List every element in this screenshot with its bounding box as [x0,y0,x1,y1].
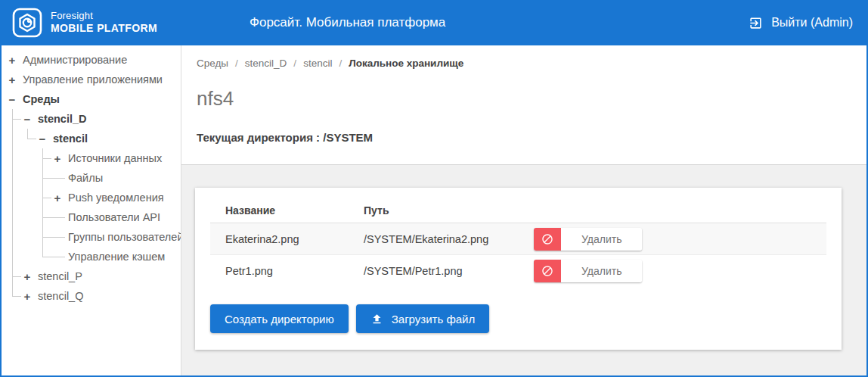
current-directory-label: Текущая директория : /SYSTEM [197,131,845,144]
tree-item-label[interactable]: Управление кэшем [68,251,165,263]
create-directory-button[interactable]: Создать директорию [210,304,349,333]
breadcrumb-stencil[interactable]: stencil [303,58,332,69]
tree-item-cache-management[interactable]: Управление кэшем [53,247,178,266]
tree-item-label[interactable]: Файлы [68,172,103,184]
breadcrumb-current: Локальное хранилище [349,58,463,69]
tree-item-stencil-q[interactable]: + stencil_Q [23,286,178,306]
collapse-minus-icon[interactable]: − [38,133,47,145]
column-header-name: Название [225,204,364,217]
tree-item-app-management[interactable]: + Управление приложениями [8,70,178,89]
tree-item-stencil-p[interactable]: + stencil_P [23,266,178,286]
column-header-path: Путь [364,204,534,217]
tree-item-api-users[interactable]: Пользователи API [53,207,178,227]
tree-item-stencil-d[interactable]: − stencil_D − stencil [23,109,178,266]
expand-plus-icon[interactable]: + [53,153,62,164]
content-area: Среды / stencil_D / stencil / Локальное … [181,45,866,375]
tree-item-label[interactable]: Среды [23,93,60,105]
logout-icon [749,16,763,30]
create-directory-label: Создать директорию [225,313,334,326]
brand-name: Foresight [51,10,157,22]
tree-item-label[interactable]: Администрирование [23,54,127,66]
file-path-cell: /SYSTEM/Ekaterina2.png [364,233,534,245]
tree-item-user-groups[interactable]: Группы пользователей [53,227,178,247]
file-table-card: Название Путь Ekaterina2.png /SYSTEM/Eka… [195,188,842,350]
tree-item-files[interactable]: Файлы [53,168,178,188]
foresight-logo-icon [12,8,42,38]
breadcrumb-separator: / [339,58,342,69]
page-title: nfs4 [197,87,845,111]
collapse-minus-icon[interactable]: − [8,94,17,105]
delete-button-label: Удалить [561,260,642,282]
expand-plus-icon[interactable]: + [23,291,32,302]
app-window: Foresight MOBILE PLATFORM Форсайт. Мобил… [0,0,868,377]
tree-item-data-sources[interactable]: + Источники данных [53,148,178,168]
breadcrumb-stencil-d[interactable]: stencil_D [245,58,287,69]
breadcrumb-separator: / [235,58,238,69]
tree-item-administration[interactable]: + Администрирование [8,50,178,70]
expand-plus-icon[interactable]: + [53,192,62,204]
block-icon [534,228,561,251]
app-title: Форсайт. Мобильная платформа [250,15,445,30]
nav-tree: + Администрирование + Управление приложе… [8,50,178,306]
sidebar-nav: + Администрирование + Управление приложе… [2,45,181,375]
breadcrumb-environments[interactable]: Среды [197,58,228,69]
tree-item-label[interactable]: stencil [53,132,88,145]
main-area: + Администрирование + Управление приложе… [2,45,866,375]
card-actions: Создать директорию Загрузить файл [210,304,826,333]
tree-item-label[interactable]: Источники данных [68,152,162,164]
tree-item-label[interactable]: stencil_Q [38,290,83,302]
tree-item-stencil[interactable]: − stencil + Источники данных [38,129,178,266]
file-name-cell: Ekaterina2.png [225,233,364,245]
upload-file-button[interactable]: Загрузить файл [356,304,489,333]
file-path-cell: /SYSTEM/Petr1.png [364,265,534,277]
brand-logo-text: Foresight MOBILE PLATFORM [51,10,157,36]
expand-plus-icon[interactable]: + [23,271,32,282]
expand-plus-icon[interactable]: + [8,74,17,86]
tree-item-label[interactable]: Управление приложениями [23,73,163,86]
table-row: Petr1.png /SYSTEM/Petr1.png Удалить [210,255,826,287]
tree-item-push-notifications[interactable]: + Push уведомления [53,188,178,207]
table-header-row: Название Путь [210,198,826,223]
upload-icon [370,313,383,326]
file-name-cell: Petr1.png [225,265,364,277]
delete-button-label: Удалить [561,228,642,251]
block-icon [534,260,561,282]
expand-plus-icon[interactable]: + [8,55,17,66]
upload-file-label: Загрузить файл [392,313,475,326]
brand-product: MOBILE PLATFORM [51,22,157,36]
tree-item-label[interactable]: Группы пользователей [68,231,181,243]
brand-logo: Foresight MOBILE PLATFORM [12,8,157,38]
tree-item-label[interactable]: Пользователи API [68,211,160,223]
breadcrumb: Среды / stencil_D / stencil / Локальное … [197,58,845,69]
breadcrumb-separator: / [293,58,296,69]
tree-item-label[interactable]: stencil_D [38,113,86,125]
logout-button[interactable]: Выйти (Admin) [749,16,853,30]
page-header-section: Среды / stencil_D / stencil / Локальное … [181,45,866,165]
tree-item-label[interactable]: stencil_P [38,270,82,282]
delete-file-button[interactable]: Удалить [534,228,642,251]
delete-file-button[interactable]: Удалить [534,260,642,282]
page-body: Название Путь Ekaterina2.png /SYSTEM/Eka… [181,165,866,375]
tree-item-label[interactable]: Push уведомления [68,192,164,204]
tree-item-environments[interactable]: − Среды − stencil_D [8,89,178,306]
collapse-minus-icon[interactable]: − [23,114,32,125]
logout-label: Выйти (Admin) [771,16,853,30]
top-header-bar: Foresight MOBILE PLATFORM Форсайт. Мобил… [2,0,866,45]
table-row: Ekaterina2.png /SYSTEM/Ekaterina2.png Уд… [210,223,826,255]
